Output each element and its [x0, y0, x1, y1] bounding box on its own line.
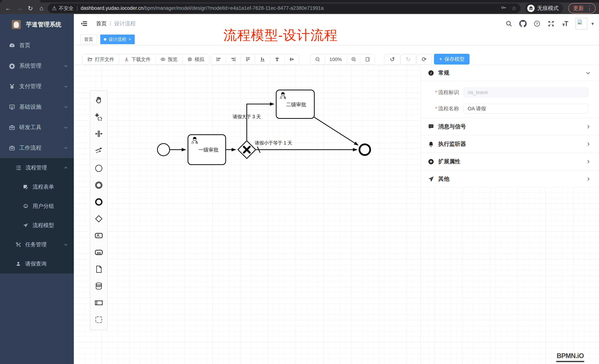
browser-menu-icon[interactable]: ⋮	[587, 5, 592, 11]
tab-close-icon[interactable]: ×	[129, 37, 131, 42]
preview-button[interactable]: 预览	[156, 54, 182, 64]
bpmn-canvas[interactable]: 一级审批 二级审批	[74, 65, 599, 364]
required-mark: *	[435, 89, 437, 95]
restart-button[interactable]: ⟳	[416, 54, 432, 65]
search-button[interactable]	[505, 20, 513, 27]
help-button[interactable]: ?	[533, 20, 541, 27]
person-icon	[16, 261, 21, 267]
exclusive-gateway[interactable]	[238, 141, 256, 159]
url-host: dashboard.yudao.iocoder.cn	[81, 5, 143, 11]
bookmark-star-icon[interactable]: ☆	[511, 5, 517, 11]
workflow-submenu: 流程管理 流程表单 用户分组 流程模型 任务管理 请假查询	[0, 158, 74, 273]
field-process-name: *流程名称 OA 请假	[421, 104, 599, 114]
bpmn-io-logo[interactable]: BPMN.iO	[556, 352, 584, 362]
sidebar-logo-row[interactable]: 芋道管理系统	[0, 14, 74, 35]
fullscreen-icon	[547, 20, 555, 27]
chevron-up-icon	[63, 165, 68, 170]
browser-back-button[interactable]: ←	[3, 3, 13, 13]
align-top-button[interactable]	[241, 54, 255, 64]
task-second-approval[interactable]: 二级审批	[276, 90, 314, 119]
browser-forward-button[interactable]: →	[14, 3, 24, 13]
download-file-button[interactable]: 下载文件	[119, 54, 156, 64]
browser-update-button[interactable]: 更新 ⋮	[568, 3, 596, 14]
key-icon[interactable]	[500, 4, 507, 12]
end-event[interactable]	[360, 144, 370, 155]
zoom-level[interactable]: 100%	[325, 54, 347, 64]
avatar-caret-icon[interactable]: ▾	[591, 21, 594, 27]
zoom-out-button[interactable]	[311, 54, 325, 64]
align-button-group	[211, 54, 299, 65]
zoom-level-value: 100%	[329, 57, 342, 62]
field-process-key: *流程标识 oa_leave	[421, 87, 599, 97]
sidebar-item-label: 任务管理	[25, 241, 59, 248]
condition-label-le1[interactable]: 请假小于等于 1 天	[255, 140, 292, 145]
browser-home-button[interactable]: ⌂	[37, 3, 46, 13]
sidebar-item-system[interactable]: 系统管理	[0, 56, 74, 76]
sidebar-item-infra[interactable]: 基础设施	[0, 97, 74, 117]
process-key-input[interactable]: oa_leave	[463, 87, 588, 97]
sidebar-item-payment[interactable]: 支付管理	[0, 76, 74, 97]
sidebar-item-task-mgmt[interactable]: 任务管理	[0, 235, 74, 254]
undo-icon: ↺	[390, 56, 395, 63]
condition-label-gt3[interactable]: 请假大于 3 天	[233, 114, 261, 119]
chevron-down-icon	[63, 64, 68, 68]
sidebar-item-workflow[interactable]: 工作流程	[0, 138, 74, 158]
align-center-horizontal-button[interactable]	[270, 54, 284, 64]
info-icon: i	[428, 70, 434, 76]
browser-tabstrip	[0, 0, 599, 2]
section-execution-listener[interactable]: 执行监听器	[421, 135, 599, 153]
sidebar-item-process-model[interactable]: 流程模型	[0, 216, 74, 235]
sidebar-item-devtools[interactable]: 研发工具	[0, 117, 74, 138]
align-bottom-icon	[260, 57, 265, 62]
task-first-approval[interactable]: 一级审批	[188, 135, 226, 165]
chevron-down-icon	[63, 125, 68, 130]
zoom-in-icon	[351, 57, 356, 62]
align-center-vertical-button[interactable]	[284, 54, 299, 64]
flow-gateway-to-task2[interactable]	[247, 104, 274, 140]
process-name-input[interactable]: OA 请假	[463, 104, 588, 114]
browser-reload-button[interactable]: ↻	[26, 3, 35, 13]
sidebar-item-leave-query[interactable]: 请假查询	[0, 254, 74, 273]
font-size-icon	[562, 20, 569, 27]
font-size-button[interactable]	[562, 20, 569, 27]
sidebar-item-process-form[interactable]: 流程表单	[0, 177, 74, 197]
simulate-button[interactable]: 模拟	[182, 54, 209, 64]
section-other[interactable]: 其他	[421, 170, 599, 188]
start-event[interactable]	[158, 144, 170, 156]
open-file-button[interactable]: 打开文件	[83, 54, 119, 64]
section-title: 其他	[438, 175, 581, 183]
section-general-header[interactable]: i 常规	[421, 65, 599, 81]
avatar[interactable]	[575, 18, 587, 30]
sidebar-item-user-group[interactable]: 用户分组	[0, 197, 74, 216]
redo-button[interactable]: ↻	[400, 54, 416, 65]
address-bar[interactable]: ⚠ 不安全 dashboard.yudao.iocoder.cn /bpm/ma…	[48, 3, 520, 13]
security-indicator[interactable]: ⚠ 不安全	[52, 5, 75, 12]
incognito-badge: 无痕模式	[525, 3, 563, 14]
tab-label: 设计流程	[109, 36, 126, 42]
section-message-signal[interactable]: 消息与信号	[421, 118, 599, 135]
zoom-reset-icon	[365, 57, 370, 62]
breadcrumb-home[interactable]: 首页	[96, 20, 107, 27]
align-right-button[interactable]	[226, 54, 241, 64]
flow-task2-to-end[interactable]	[314, 117, 358, 145]
sidebar-item-home[interactable]: 首页	[0, 35, 74, 56]
zoom-in-button[interactable]	[347, 54, 361, 64]
briefcase-icon	[9, 124, 15, 131]
align-bottom-button[interactable]	[255, 54, 270, 64]
github-button[interactable]	[519, 20, 527, 27]
browser-active-tab[interactable]	[1, 0, 40, 2]
tab-home[interactable]: 首页	[81, 34, 97, 44]
sidebar-collapse-button[interactable]	[80, 20, 88, 28]
tab-design-process[interactable]: 设计流程 ×	[100, 34, 135, 44]
home-icon: ⌂	[40, 5, 44, 12]
align-left-button[interactable]	[211, 54, 226, 64]
sidebar-item-process-mgmt[interactable]: 流程管理	[0, 158, 74, 177]
zoom-reset-button[interactable]	[361, 54, 374, 64]
save-model-button[interactable]: + 保存模型	[434, 54, 469, 65]
section-extended-attributes[interactable]: 扩展属性	[421, 153, 599, 170]
fullscreen-button[interactable]	[547, 20, 555, 27]
chevron-right-icon	[586, 177, 591, 182]
folder-icon	[88, 57, 93, 62]
chevron-down-icon	[63, 105, 68, 109]
undo-button[interactable]: ↺	[385, 54, 400, 65]
